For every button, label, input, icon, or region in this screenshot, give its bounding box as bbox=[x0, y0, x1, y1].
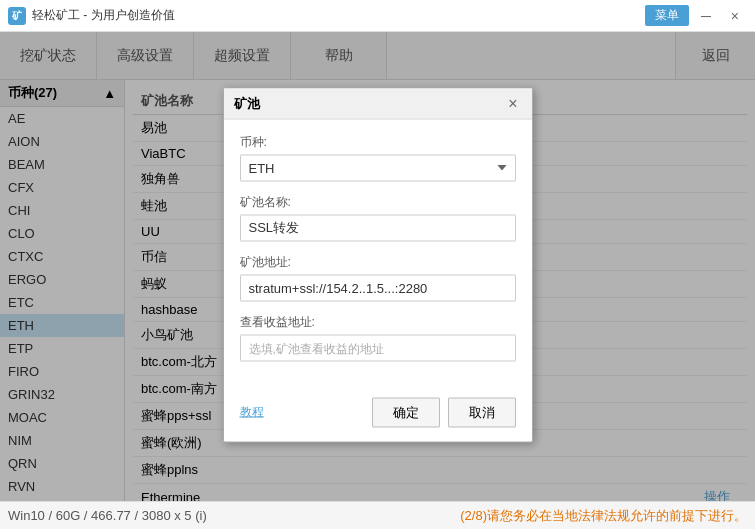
dialog-title-bar: 矿池 × bbox=[224, 88, 532, 119]
coin-field-group: 币种: ETH bbox=[240, 133, 516, 181]
title-bar-left: 矿 轻松矿工 - 为用户创造价值 bbox=[8, 7, 175, 25]
pool-name-input[interactable] bbox=[240, 214, 516, 241]
earnings-label: 查看收益地址: bbox=[240, 313, 516, 330]
dialog-footer-left: 教程 bbox=[240, 404, 364, 421]
system-info: Win10 / 60G / 466.77 / 3080 x 5 (i) bbox=[8, 508, 207, 523]
dialog-body: 币种: ETH 矿池名称: 矿池地址: 查看收益地址: bbox=[224, 119, 532, 387]
pool-address-input[interactable] bbox=[240, 274, 516, 301]
dialog-footer: 教程 确定 取消 bbox=[224, 387, 532, 441]
cancel-button[interactable]: 取消 bbox=[448, 397, 516, 427]
coin-select[interactable]: ETH bbox=[240, 154, 516, 181]
pool-dialog: 矿池 × 币种: ETH 矿池名称: 矿池地址: 查看收益地址: 教程 确定 取… bbox=[223, 87, 533, 442]
coin-label: 币种: bbox=[240, 133, 516, 150]
close-button[interactable]: × bbox=[723, 6, 747, 26]
earnings-field-group: 查看收益地址: bbox=[240, 313, 516, 361]
tutorial-link[interactable]: 教程 bbox=[240, 405, 264, 419]
status-bar: Win10 / 60G / 466.77 / 3080 x 5 (i) (2/8… bbox=[0, 501, 755, 529]
dialog-title: 矿池 bbox=[234, 94, 260, 112]
title-bar-right: 菜单 ─ × bbox=[645, 5, 747, 26]
confirm-button[interactable]: 确定 bbox=[372, 397, 440, 427]
earnings-input[interactable] bbox=[240, 334, 516, 361]
dialog-close-button[interactable]: × bbox=[504, 94, 521, 112]
notice-text: (2/8)请您务必在当地法律法规允许的前提下进行。 bbox=[460, 507, 747, 525]
app-title: 轻松矿工 - 为用户创造价值 bbox=[32, 7, 175, 24]
pool-address-label: 矿池地址: bbox=[240, 253, 516, 270]
pool-name-field-group: 矿池名称: bbox=[240, 193, 516, 241]
dialog-footer-right: 确定 取消 bbox=[372, 397, 516, 427]
app-icon: 矿 bbox=[8, 7, 26, 25]
minimize-button[interactable]: ─ bbox=[693, 6, 719, 26]
title-bar: 矿 轻松矿工 - 为用户创造价值 菜单 ─ × bbox=[0, 0, 755, 32]
pool-address-field-group: 矿池地址: bbox=[240, 253, 516, 301]
menu-button[interactable]: 菜单 bbox=[645, 5, 689, 26]
pool-name-label: 矿池名称: bbox=[240, 193, 516, 210]
